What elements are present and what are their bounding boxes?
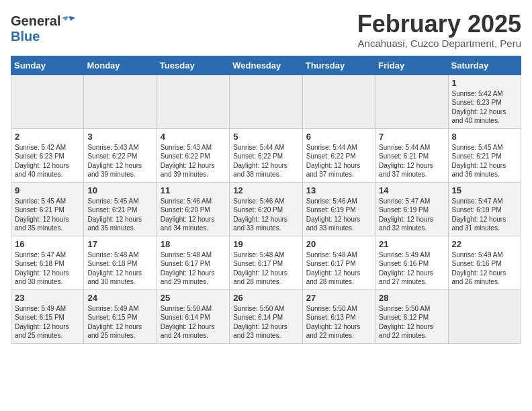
cell-info: Sunrise: 5:46 AM Sunset: 6:20 PM Dayligh…	[161, 197, 226, 233]
cell-info: Sunrise: 5:45 AM Sunset: 6:21 PM Dayligh…	[15, 197, 80, 233]
cell-info: Sunrise: 5:47 AM Sunset: 6:19 PM Dayligh…	[379, 197, 444, 233]
calendar-week-row: 1Sunrise: 5:42 AM Sunset: 6:23 PM Daylig…	[11, 75, 521, 128]
calendar-cell: 2Sunrise: 5:42 AM Sunset: 6:23 PM Daylig…	[11, 128, 84, 182]
cell-info: Sunrise: 5:48 AM Sunset: 6:17 PM Dayligh…	[233, 250, 298, 287]
day-number: 3	[87, 132, 152, 142]
calendar-cell: 23Sunrise: 5:49 AM Sunset: 6:15 PM Dayli…	[11, 289, 84, 343]
day-number: 26	[233, 293, 298, 303]
day-number: 7	[379, 132, 444, 142]
calendar-cell	[11, 75, 84, 128]
cell-info: Sunrise: 5:42 AM Sunset: 6:23 PM Dayligh…	[452, 89, 517, 126]
cell-info: Sunrise: 5:49 AM Sunset: 6:16 PM Dayligh…	[379, 250, 444, 287]
calendar-table: SundayMondayTuesdayWednesdayThursdayFrid…	[11, 56, 521, 344]
day-number: 19	[233, 239, 298, 249]
calendar-cell: 7Sunrise: 5:44 AM Sunset: 6:21 PM Daylig…	[375, 128, 448, 182]
cell-info: Sunrise: 5:45 AM Sunset: 6:21 PM Dayligh…	[87, 197, 152, 233]
calendar-week-row: 16Sunrise: 5:47 AM Sunset: 6:18 PM Dayli…	[11, 236, 521, 289]
cell-info: Sunrise: 5:47 AM Sunset: 6:18 PM Dayligh…	[15, 250, 80, 287]
weekday-header-sunday: Sunday	[11, 56, 84, 75]
calendar-cell: 27Sunrise: 5:50 AM Sunset: 6:13 PM Dayli…	[302, 289, 375, 343]
cell-info: Sunrise: 5:47 AM Sunset: 6:19 PM Dayligh…	[452, 197, 517, 233]
calendar-cell	[230, 75, 302, 128]
day-number: 23	[15, 293, 80, 303]
calendar-cell: 22Sunrise: 5:49 AM Sunset: 6:16 PM Dayli…	[448, 236, 521, 289]
calendar-cell: 18Sunrise: 5:48 AM Sunset: 6:17 PM Dayli…	[157, 236, 229, 289]
cell-info: Sunrise: 5:50 AM Sunset: 6:14 PM Dayligh…	[161, 304, 226, 340]
weekday-header-thursday: Thursday	[302, 56, 375, 75]
calendar-cell	[157, 75, 229, 128]
cell-info: Sunrise: 5:46 AM Sunset: 6:19 PM Dayligh…	[306, 197, 371, 233]
calendar-cell: 1Sunrise: 5:42 AM Sunset: 6:23 PM Daylig…	[448, 75, 521, 128]
day-number: 17	[87, 239, 152, 249]
cell-info: Sunrise: 5:43 AM Sunset: 6:22 PM Dayligh…	[161, 143, 226, 179]
page-header: General Blue February 2025 Ancahuasi, Cu…	[11, 11, 521, 49]
title-area: February 2025 Ancahuasi, Cuzco Departmen…	[357, 11, 521, 49]
calendar-cell: 12Sunrise: 5:46 AM Sunset: 6:20 PM Dayli…	[230, 182, 302, 236]
day-number: 12	[233, 185, 298, 195]
calendar-subtitle: Ancahuasi, Cuzco Department, Peru	[357, 38, 521, 49]
weekday-header-friday: Friday	[375, 56, 448, 75]
calendar-week-row: 2Sunrise: 5:42 AM Sunset: 6:23 PM Daylig…	[11, 128, 521, 182]
cell-info: Sunrise: 5:44 AM Sunset: 6:22 PM Dayligh…	[233, 143, 298, 179]
day-number: 28	[379, 293, 444, 303]
day-number: 21	[379, 239, 444, 249]
day-number: 16	[15, 239, 80, 249]
calendar-cell: 11Sunrise: 5:46 AM Sunset: 6:20 PM Dayli…	[157, 182, 229, 236]
day-number: 5	[233, 132, 298, 142]
cell-info: Sunrise: 5:48 AM Sunset: 6:17 PM Dayligh…	[306, 250, 371, 287]
calendar-cell	[84, 75, 157, 128]
day-number: 13	[306, 185, 371, 195]
calendar-cell: 19Sunrise: 5:48 AM Sunset: 6:17 PM Dayli…	[230, 236, 302, 289]
day-number: 22	[452, 239, 517, 249]
day-number: 2	[15, 132, 80, 142]
day-number: 9	[15, 185, 80, 195]
cell-info: Sunrise: 5:48 AM Sunset: 6:18 PM Dayligh…	[87, 250, 152, 287]
day-number: 14	[379, 185, 444, 195]
calendar-cell: 26Sunrise: 5:50 AM Sunset: 6:14 PM Dayli…	[230, 289, 302, 343]
cell-info: Sunrise: 5:44 AM Sunset: 6:22 PM Dayligh…	[306, 143, 371, 179]
cell-info: Sunrise: 5:45 AM Sunset: 6:21 PM Dayligh…	[452, 143, 517, 179]
day-number: 27	[306, 293, 371, 303]
cell-info: Sunrise: 5:44 AM Sunset: 6:21 PM Dayligh…	[379, 143, 444, 179]
day-number: 20	[306, 239, 371, 249]
calendar-cell: 3Sunrise: 5:43 AM Sunset: 6:22 PM Daylig…	[84, 128, 157, 182]
calendar-cell: 4Sunrise: 5:43 AM Sunset: 6:22 PM Daylig…	[157, 128, 229, 182]
calendar-cell: 8Sunrise: 5:45 AM Sunset: 6:21 PM Daylig…	[448, 128, 521, 182]
day-number: 6	[306, 132, 371, 142]
cell-info: Sunrise: 5:49 AM Sunset: 6:15 PM Dayligh…	[15, 304, 80, 340]
cell-info: Sunrise: 5:50 AM Sunset: 6:13 PM Dayligh…	[306, 304, 371, 340]
calendar-cell: 28Sunrise: 5:50 AM Sunset: 6:12 PM Dayli…	[375, 289, 448, 343]
calendar-cell	[302, 75, 375, 128]
calendar-week-row: 23Sunrise: 5:49 AM Sunset: 6:15 PM Dayli…	[11, 289, 521, 343]
cell-info: Sunrise: 5:50 AM Sunset: 6:12 PM Dayligh…	[379, 304, 444, 340]
calendar-cell: 5Sunrise: 5:44 AM Sunset: 6:22 PM Daylig…	[230, 128, 302, 182]
calendar-cell: 10Sunrise: 5:45 AM Sunset: 6:21 PM Dayli…	[84, 182, 157, 236]
cell-info: Sunrise: 5:43 AM Sunset: 6:22 PM Dayligh…	[87, 143, 152, 179]
calendar-cell: 24Sunrise: 5:49 AM Sunset: 6:15 PM Dayli…	[84, 289, 157, 343]
weekday-header-saturday: Saturday	[448, 56, 521, 75]
day-number: 25	[161, 293, 226, 303]
calendar-cell: 16Sunrise: 5:47 AM Sunset: 6:18 PM Dayli…	[11, 236, 84, 289]
calendar-cell	[375, 75, 448, 128]
calendar-cell: 25Sunrise: 5:50 AM Sunset: 6:14 PM Dayli…	[157, 289, 229, 343]
calendar-cell: 20Sunrise: 5:48 AM Sunset: 6:17 PM Dayli…	[302, 236, 375, 289]
calendar-cell: 15Sunrise: 5:47 AM Sunset: 6:19 PM Dayli…	[448, 182, 521, 236]
weekday-header-monday: Monday	[84, 56, 157, 75]
day-number: 1	[452, 78, 517, 88]
calendar-week-row: 9Sunrise: 5:45 AM Sunset: 6:21 PM Daylig…	[11, 182, 521, 236]
calendar-cell: 17Sunrise: 5:48 AM Sunset: 6:18 PM Dayli…	[84, 236, 157, 289]
logo-line1: General	[11, 13, 75, 30]
logo-blue-text: Blue	[11, 29, 40, 44]
cell-info: Sunrise: 5:42 AM Sunset: 6:23 PM Dayligh…	[15, 143, 80, 179]
day-number: 4	[161, 132, 226, 142]
day-number: 15	[452, 185, 517, 195]
day-number: 10	[87, 185, 152, 195]
day-number: 11	[161, 185, 226, 195]
logo: General Blue	[11, 11, 75, 44]
weekday-header-wednesday: Wednesday	[230, 56, 302, 75]
calendar-title: February 2025	[357, 11, 521, 38]
day-number: 18	[161, 239, 226, 249]
day-number: 24	[87, 293, 152, 303]
logo-general-text: General	[11, 13, 60, 28]
cell-info: Sunrise: 5:49 AM Sunset: 6:15 PM Dayligh…	[87, 304, 152, 340]
